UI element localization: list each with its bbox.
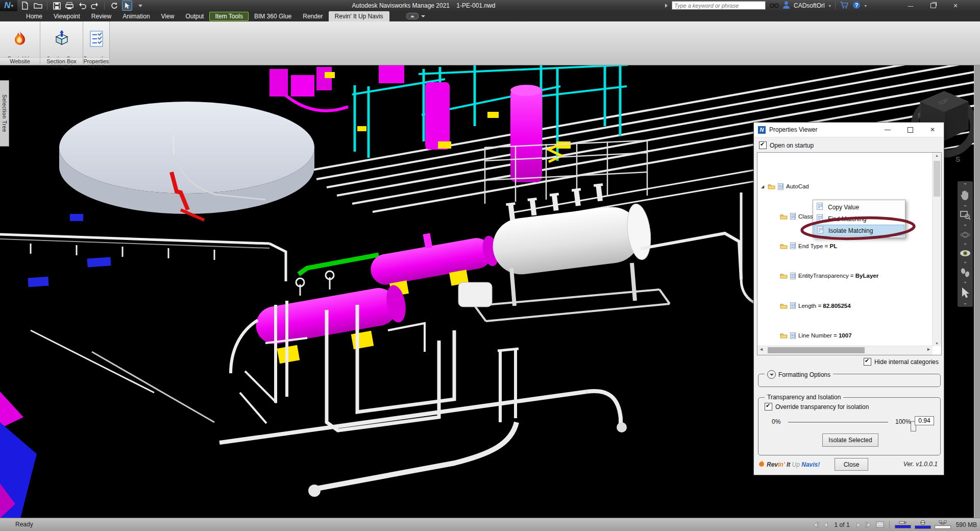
navbar-chevron-icon[interactable] — [964, 282, 967, 283]
ribbon-tab[interactable]: Item Tools — [209, 12, 248, 21]
search-expand-icon[interactable] — [665, 4, 668, 8]
tree-horizontal-scrollbar[interactable]: ◄ ► — [757, 346, 933, 355]
property-tree-row[interactable]: End Type = PL — [757, 242, 933, 250]
walk-icon[interactable] — [961, 268, 970, 277]
yellow-saddle — [351, 331, 374, 349]
menu-item-icon — [817, 226, 824, 235]
scroll-right-icon[interactable]: ► — [926, 347, 931, 352]
scrollbar-thumb[interactable] — [768, 347, 865, 353]
navbar-chevron-icon[interactable] — [964, 244, 967, 245]
folder-icon — [780, 213, 788, 220]
property-label: EntityTransparency — [798, 273, 849, 279]
progress-bar — [895, 525, 911, 528]
ribbon-tab[interactable]: View — [156, 12, 180, 21]
ribbon-tab[interactable]: Output — [180, 12, 209, 21]
property-item-icon — [790, 213, 796, 220]
hide-internal-categories-label: Hide internal categories — [874, 358, 939, 366]
zoom-window-icon[interactable] — [960, 211, 970, 220]
sheet-browser-icon[interactable] — [876, 521, 884, 528]
navbar-chevron-icon[interactable] — [964, 183, 967, 185]
cart-icon[interactable] — [840, 1, 848, 10]
save-icon[interactable] — [52, 1, 61, 10]
search-input[interactable] — [672, 1, 766, 10]
ribbon-tab[interactable]: Revin' It Up Navis — [329, 11, 389, 22]
first-sheet-icon[interactable] — [812, 522, 819, 528]
flame-icon — [11, 30, 29, 47]
new-document-icon[interactable] — [20, 1, 30, 10]
context-menu-item[interactable]: Isolate Matching — [814, 225, 904, 236]
select-arrow-icon[interactable] — [961, 287, 969, 299]
redo-icon[interactable] — [90, 1, 100, 10]
pencil-progress-meter — [895, 521, 911, 528]
override-transparency-checkbox[interactable] — [765, 403, 772, 411]
navbar-chevron-icon[interactable] — [964, 303, 967, 305]
minimize-button[interactable]: — — [899, 0, 922, 11]
property-tree-row[interactable]: ◢ AutoCad — [757, 182, 933, 190]
revinitup-button[interactable]: RevinItUp — [0, 23, 40, 62]
orbit-icon[interactable] — [960, 231, 970, 239]
transparency-slider[interactable] — [788, 422, 888, 423]
transparency-value-input[interactable] — [915, 416, 934, 425]
toolbar-dropdown-icon[interactable] — [136, 1, 145, 10]
property-tree-row[interactable]: EntityTransparency = ByLayer — [757, 272, 933, 280]
look-eye-icon[interactable] — [960, 249, 971, 257]
application-menu-button[interactable]: N▾ — [0, 0, 17, 11]
property-label: End Type — [798, 243, 823, 249]
navbar-chevron-icon[interactable] — [964, 205, 967, 207]
context-menu-item[interactable]: Copy Value — [814, 201, 904, 213]
undo-icon[interactable] — [78, 1, 87, 10]
print-icon[interactable] — [65, 1, 74, 10]
select-cursor-icon[interactable] — [122, 1, 132, 11]
property-tree-row[interactable]: Length = 82.805254 — [757, 302, 933, 310]
hide-internal-categories-checkbox[interactable] — [864, 358, 871, 366]
isolate-selected-button[interactable]: Isolate Selected — [822, 433, 878, 447]
signed-in-username[interactable]: CADsoftOrl — [794, 2, 825, 9]
version-label: Ver. v1.0.0.1 — [903, 461, 938, 468]
selection-tree-tab[interactable]: Selection Tree — [0, 80, 9, 147]
ribbon-tab[interactable]: Animation — [117, 12, 155, 21]
ribbon-tab[interactable]: BIM 360 Glue — [249, 12, 297, 21]
ribbon-collapse-icon[interactable] — [406, 13, 419, 19]
properties-viewer-titlebar[interactable]: N Properties Viewer — ✕ — [754, 123, 944, 137]
refresh-icon[interactable] — [109, 1, 118, 10]
scroll-down-icon[interactable]: ▼ — [933, 342, 941, 345]
dialog-minimize-button[interactable]: — — [876, 123, 899, 137]
help-menu-chevron-icon[interactable]: ▾ — [865, 4, 867, 8]
restore-button[interactable] — [922, 0, 944, 11]
last-sheet-icon[interactable] — [865, 522, 872, 528]
property-value: PL — [830, 243, 838, 249]
formatting-options-group: Formatting Options — [758, 374, 941, 387]
user-menu-chevron-icon[interactable]: ▾ — [829, 4, 831, 8]
previous-sheet-icon[interactable] — [823, 522, 829, 528]
context-menu-item[interactable]: Find Matching — [814, 213, 904, 225]
ribbon-tab[interactable]: Viewpoint — [48, 12, 86, 21]
scroll-up-icon[interactable]: ▲ — [933, 154, 941, 157]
status-ready-text: Ready — [15, 521, 33, 528]
help-icon[interactable]: ? — [852, 1, 861, 11]
close-button[interactable]: ✕ — [944, 0, 967, 11]
magenta-vessel-upper — [366, 222, 501, 287]
ribbon-panel-properties: Properties Viewer Properties — [83, 21, 110, 65]
binoculars-search-icon[interactable] — [770, 2, 779, 10]
property-label: Line Number — [798, 332, 832, 339]
dialog-close-icon[interactable]: ✕ — [921, 123, 944, 137]
navbar-chevron-icon[interactable] — [964, 262, 967, 263]
property-tree-row[interactable]: Line Number = 1007 — [757, 331, 933, 340]
open-on-startup-checkbox[interactable] — [759, 141, 767, 149]
slider-min-label: 0% — [772, 418, 780, 425]
dialog-maximize-button[interactable] — [899, 123, 921, 137]
next-sheet-icon[interactable] — [855, 522, 862, 528]
pan-hand-icon[interactable] — [960, 189, 970, 201]
scrollbar-thumb[interactable] — [934, 161, 940, 197]
tree-expander-icon[interactable]: ◢ — [761, 184, 768, 189]
open-folder-icon[interactable] — [33, 1, 42, 10]
ribbon-tab[interactable]: Render — [297, 12, 328, 21]
ribbon-tab[interactable]: Review — [86, 12, 117, 21]
ribbon-collapse-chevron-icon[interactable] — [421, 15, 425, 17]
ribbon-tab[interactable]: Home — [20, 12, 48, 21]
tree-vertical-scrollbar[interactable]: ▲ ▼ — [932, 153, 941, 346]
scroll-left-icon[interactable]: ◄ — [759, 347, 764, 352]
close-button[interactable]: Close — [835, 458, 868, 471]
navbar-chevron-icon[interactable] — [964, 225, 967, 226]
expander-chevron-icon[interactable] — [767, 370, 776, 379]
